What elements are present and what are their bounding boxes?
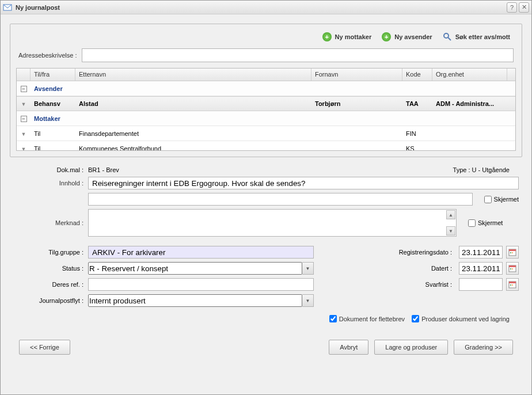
flettebrev-checkbox[interactable] bbox=[329, 315, 337, 322]
regdato-label: Registreringsdato : bbox=[381, 249, 455, 256]
chevron-down-icon[interactable]: ▼ bbox=[302, 294, 314, 307]
flettebrev-check[interactable]: Dokument for flettebrev bbox=[329, 315, 405, 322]
svg-rect-8 bbox=[509, 265, 516, 267]
status-label: Status : bbox=[13, 265, 88, 272]
cell-kode: TAA bbox=[402, 98, 432, 109]
datert-calendar-button[interactable] bbox=[506, 262, 519, 275]
regdato-input[interactable] bbox=[459, 246, 503, 259]
svg-rect-5 bbox=[510, 252, 511, 253]
cell-fornavn bbox=[311, 131, 402, 136]
header-fornavn[interactable]: Fornavn bbox=[311, 69, 402, 81]
address-description-row: Adressebeskrivelse : bbox=[16, 48, 516, 68]
header-etternavn[interactable]: Etternavn bbox=[75, 69, 311, 81]
tilg-row: Tilg.gruppe : Registreringsdato : bbox=[13, 246, 519, 259]
dialog-footer: << Forrige Avbryt Lagre og produser Grad… bbox=[10, 332, 522, 363]
svg-rect-14 bbox=[512, 284, 513, 286]
produser-checkbox[interactable] bbox=[412, 315, 419, 322]
search-contacts-button[interactable]: Søk etter avs/mott bbox=[443, 32, 510, 41]
produser-check[interactable]: Produser dokument ved lagring bbox=[412, 315, 510, 322]
innhold2-row: Skjermet bbox=[13, 193, 519, 206]
status-input[interactable] bbox=[88, 262, 302, 275]
jpflyt-input[interactable] bbox=[88, 294, 302, 307]
chevron-down-icon[interactable]: ▼ bbox=[302, 262, 314, 275]
flettebrev-label: Dokument for flettebrev bbox=[339, 316, 405, 322]
dokmal-value: BR1 - Brev bbox=[88, 166, 119, 173]
cell-etternavn: Finansdepartementet bbox=[75, 128, 311, 139]
datert-input[interactable] bbox=[459, 262, 503, 275]
new-sender-button[interactable]: + Ny avsender bbox=[382, 32, 432, 41]
cell-tilfra: Behansv bbox=[31, 98, 75, 109]
skjermet-innhold-check[interactable]: Skjermet bbox=[484, 196, 519, 203]
contacts-grid: Til/fra Etternavn Fornavn Kode Org.enhet… bbox=[16, 68, 516, 151]
chevron-down-icon[interactable]: ▼ bbox=[21, 131, 26, 137]
cell-tilfra: Til bbox=[31, 143, 75, 151]
collapse-icon[interactable]: − bbox=[21, 86, 27, 92]
search-label: Søk etter avs/mott bbox=[455, 33, 510, 40]
calendar-icon bbox=[508, 264, 516, 272]
scroll-up-icon[interactable]: ▲ bbox=[446, 210, 455, 219]
cell-fornavn: Torbjørn bbox=[311, 98, 402, 109]
innhold-row: Innhold : bbox=[13, 177, 519, 189]
group-sender-row[interactable]: − Avsender bbox=[17, 81, 515, 96]
merknad-label: Merknad : bbox=[13, 219, 88, 226]
table-row[interactable]: ▼ Behansv Alstad Torbjørn TAA ADM - Admi… bbox=[17, 96, 515, 111]
save-produce-button[interactable]: Lagre og produser bbox=[374, 340, 448, 355]
skjermet-merknad-check[interactable]: Skjermet bbox=[468, 219, 503, 227]
new-recipient-button[interactable]: + Ny mottaker bbox=[322, 32, 372, 41]
bottom-options: Dokument for flettebrev Produser dokumen… bbox=[13, 315, 519, 322]
svarfrist-label: Svarfrist : bbox=[381, 281, 455, 288]
cell-fornavn bbox=[311, 146, 402, 151]
datert-label: Datert : bbox=[381, 265, 455, 272]
cell-kode: KS bbox=[402, 143, 432, 151]
deresref-label: Deres ref. : bbox=[13, 281, 88, 288]
chevron-down-icon[interactable]: ▼ bbox=[21, 146, 26, 151]
table-row[interactable]: ▼ Til Kommunenes Sentralforbund KS bbox=[17, 141, 515, 150]
svg-rect-10 bbox=[512, 268, 513, 269]
new-recipient-label: Ny mottaker bbox=[335, 33, 372, 40]
innhold-input[interactable] bbox=[88, 177, 519, 189]
previous-button[interactable]: << Forrige bbox=[19, 340, 70, 355]
dokmal-row: Dok.mal : BR1 - Brev Type : U - Utgående bbox=[13, 166, 519, 173]
produser-label: Produser dokument ved lagring bbox=[421, 316, 510, 322]
titlebar: Ny journalpost ? ✕ bbox=[1, 1, 531, 14]
grading-button[interactable]: Gradering >> bbox=[454, 340, 513, 355]
cell-etternavn: Alstad bbox=[75, 98, 311, 109]
cancel-button[interactable]: Avbryt bbox=[329, 340, 368, 355]
scroll-down-icon[interactable]: ▼ bbox=[446, 226, 455, 236]
address-description-label: Adressebeskrivelse : bbox=[18, 52, 77, 59]
innhold2-input[interactable] bbox=[88, 193, 473, 206]
header-kode[interactable]: Kode bbox=[402, 69, 432, 81]
svarfrist-input[interactable] bbox=[459, 278, 503, 291]
jpflyt-label: Journalpostflyt : bbox=[13, 297, 88, 304]
tilg-input[interactable] bbox=[88, 246, 314, 259]
cell-kode: FIN bbox=[402, 128, 432, 139]
deresref-input[interactable] bbox=[88, 278, 314, 291]
dialog-window: Ny journalpost ? ✕ + Ny mottaker + Ny av… bbox=[0, 0, 532, 395]
svarfrist-calendar-button[interactable] bbox=[506, 278, 519, 291]
group-recipient-label: Mottaker bbox=[31, 113, 515, 124]
svg-rect-13 bbox=[510, 284, 511, 286]
table-row[interactable]: ▼ Til Finansdepartementet FIN bbox=[17, 126, 515, 141]
svg-rect-9 bbox=[510, 268, 511, 269]
svg-line-2 bbox=[448, 37, 451, 40]
skjermet-checkbox[interactable] bbox=[484, 196, 492, 203]
address-panel: + Ny mottaker + Ny avsender Søk etter av… bbox=[10, 24, 522, 157]
status-combo[interactable]: ▼ bbox=[88, 262, 314, 275]
header-orgenhet[interactable]: Org.enhet bbox=[432, 69, 507, 81]
collapse-icon[interactable]: − bbox=[21, 116, 27, 122]
jpflyt-combo[interactable]: ▼ bbox=[88, 294, 314, 307]
regdato-calendar-button[interactable] bbox=[506, 246, 519, 259]
header-tilfra[interactable]: Til/fra bbox=[31, 69, 75, 81]
chevron-down-icon[interactable]: ▼ bbox=[21, 101, 26, 107]
dokmal-label: Dok.mal : bbox=[13, 166, 88, 173]
merknad-textarea[interactable]: ▲ ▼ bbox=[88, 209, 457, 237]
group-recipient-row[interactable]: − Mottaker bbox=[17, 111, 515, 126]
help-button[interactable]: ? bbox=[507, 2, 517, 13]
journal-form: Dok.mal : BR1 - Brev Type : U - Utgående… bbox=[10, 164, 522, 325]
address-description-input[interactable] bbox=[82, 48, 514, 62]
skjermet-checkbox[interactable] bbox=[468, 219, 476, 227]
close-button[interactable]: ✕ bbox=[519, 2, 529, 13]
cell-tilfra: Til bbox=[31, 128, 75, 139]
grid-header: Til/fra Etternavn Fornavn Kode Org.enhet bbox=[17, 69, 515, 81]
header-expand bbox=[17, 69, 31, 81]
